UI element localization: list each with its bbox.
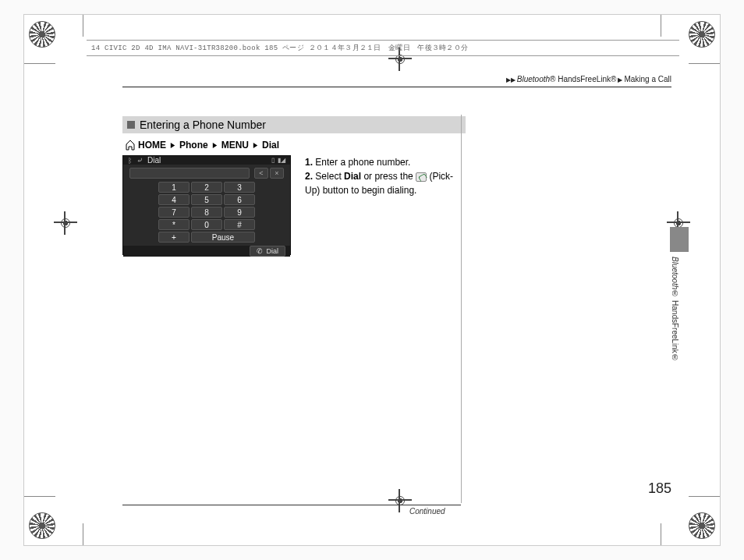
keypad: 1 2 3 4 5 6 7 8 9 <box>129 182 284 243</box>
thumb-tab <box>670 227 689 252</box>
signal-icon: ▮◢ <box>278 157 285 164</box>
number-entry-field[interactable] <box>129 168 250 179</box>
bluetooth-icon: ᛒ <box>128 157 132 165</box>
square-icon <box>127 121 135 129</box>
key-1[interactable]: 1 <box>158 182 190 193</box>
step-2: 2. Select Dial or press the (Pick-Up) bu… <box>305 169 461 197</box>
dial-button[interactable]: ✆ Dial <box>250 246 285 257</box>
crop-line <box>689 63 720 64</box>
registration-mark-icon <box>689 512 715 539</box>
side-label: Bluetooth® HandsFreeLink® <box>671 257 679 362</box>
registration-mark-icon <box>29 512 55 539</box>
page-number: 185 <box>648 480 671 497</box>
key-6[interactable]: 6 <box>224 194 255 205</box>
chevron-right-icon <box>169 142 176 149</box>
crosshair-icon <box>54 211 77 235</box>
section-title: Entering a Phone Number <box>122 116 466 133</box>
key-9[interactable]: 9 <box>224 207 255 218</box>
crop-line <box>83 523 83 545</box>
key-7[interactable]: 7 <box>158 207 190 218</box>
step-1: 1. Enter a phone number. <box>305 155 461 169</box>
key-star[interactable]: * <box>158 219 190 230</box>
registration-mark-icon <box>689 21 715 48</box>
phone-icon: ✆ <box>257 247 263 255</box>
key-0[interactable]: 0 <box>191 219 222 230</box>
column-divider <box>461 115 462 503</box>
home-icon <box>126 140 135 151</box>
device-screenshot: ᛒ ⤶ Dial ▯ ▮◢ < × <box>122 155 291 255</box>
crop-line <box>689 496 720 497</box>
key-2[interactable]: 2 <box>191 182 222 193</box>
key-8[interactable]: 8 <box>191 207 222 218</box>
steps: 1. Enter a phone number. 2. Select Dial … <box>305 155 461 255</box>
back-icon[interactable]: ⤶ <box>136 156 143 165</box>
content: Entering a Phone Number HOME Phone MENU … <box>122 116 668 255</box>
divider <box>122 87 671 87</box>
backspace-button[interactable]: < <box>254 168 268 179</box>
chevron-right-icon <box>211 142 218 149</box>
registration-mark-icon <box>29 21 55 48</box>
crosshair-icon <box>388 489 412 512</box>
crop-line <box>24 496 55 497</box>
key-4[interactable]: 4 <box>158 194 190 205</box>
nav-item: Phone <box>179 140 208 151</box>
crop-line <box>24 63 55 64</box>
page: 14 CIVIC 2D 4D IMA NAVI-31TR38200.book 1… <box>23 14 721 546</box>
breadcrumb: ▶▶Bluetooth® HandsFreeLink®▶Making a Cal… <box>505 75 671 83</box>
nav-item: MENU <box>221 140 249 151</box>
header-meta: 14 CIVIC 2D 4D IMA NAVI-31TR38200.book 1… <box>87 40 679 56</box>
divider <box>122 505 461 505</box>
key-hash[interactable]: # <box>224 219 255 230</box>
pickup-icon <box>416 172 427 182</box>
crop-line <box>83 15 83 37</box>
key-plus[interactable]: + <box>158 232 190 243</box>
nav-item: Dial <box>262 140 279 151</box>
continued-label: Continued <box>409 507 445 516</box>
key-5[interactable]: 5 <box>191 194 222 205</box>
key-3[interactable]: 3 <box>224 182 255 193</box>
clear-button[interactable]: × <box>270 168 284 179</box>
section-title-text: Entering a Phone Number <box>140 119 266 131</box>
nav-path: HOME Phone MENU Dial <box>126 140 668 151</box>
device-footer: ✆ Dial <box>123 246 290 257</box>
crop-line <box>661 523 661 545</box>
device-header: ᛒ ⤶ Dial ▯ ▮◢ <box>123 156 290 165</box>
device-body: < × 1 2 3 4 5 6 <box>123 165 290 246</box>
battery-icon: ▯ <box>271 157 275 164</box>
nav-item: HOME <box>138 140 166 151</box>
key-pause[interactable]: Pause <box>191 232 255 243</box>
device-title: Dial <box>147 156 161 165</box>
chevron-right-icon <box>252 142 259 149</box>
crop-line <box>661 15 661 37</box>
